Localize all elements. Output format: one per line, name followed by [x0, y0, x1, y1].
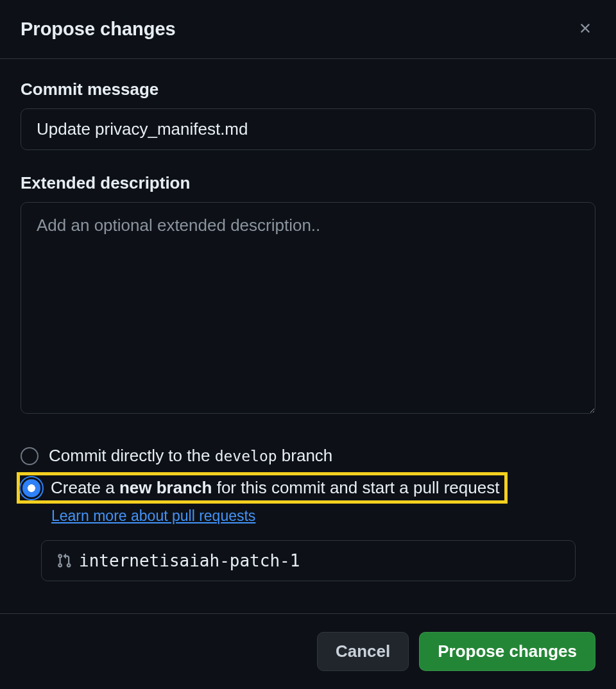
- extended-description-label: Extended description: [21, 173, 595, 193]
- propose-changes-button[interactable]: Propose changes: [419, 632, 595, 671]
- branch-name-field: [41, 540, 595, 581]
- commit-message-section: Commit message: [21, 80, 595, 150]
- radio-commit-direct-label[interactable]: Commit directly to the develop branch: [49, 446, 332, 466]
- branch-name-input[interactable]: [41, 540, 576, 581]
- cancel-button[interactable]: Cancel: [317, 632, 409, 671]
- learn-more-link[interactable]: Learn more about pull requests: [51, 507, 255, 524]
- dialog-header: Propose changes: [0, 0, 616, 59]
- git-pull-request-icon: [56, 553, 72, 568]
- propose-changes-dialog: Propose changes Commit message Extended …: [0, 0, 616, 689]
- dialog-body: Commit message Extended description Comm…: [0, 59, 616, 613]
- extended-description-section: Extended description: [21, 173, 595, 416]
- dialog-footer: Cancel Propose changes: [0, 613, 616, 689]
- highlighted-option: Create a new branch for this commit and …: [17, 472, 508, 504]
- radio-commit-direct[interactable]: [21, 447, 38, 465]
- close-icon: [578, 21, 593, 38]
- commit-target-radio-group: Commit directly to the develop branch Cr…: [21, 439, 595, 581]
- radio-commit-direct-row: Commit directly to the develop branch: [21, 439, 595, 472]
- commit-message-input[interactable]: [21, 108, 595, 150]
- radio-new-branch[interactable]: [22, 479, 40, 497]
- branch-code: develop: [215, 448, 277, 464]
- dialog-title: Propose changes: [21, 19, 176, 40]
- close-button[interactable]: [575, 18, 595, 40]
- learn-more-wrap: Learn more about pull requests: [51, 507, 595, 525]
- radio-new-branch-label[interactable]: Create a new branch for this commit and …: [51, 478, 499, 498]
- extended-description-textarea[interactable]: [21, 202, 595, 414]
- commit-message-label: Commit message: [21, 80, 595, 99]
